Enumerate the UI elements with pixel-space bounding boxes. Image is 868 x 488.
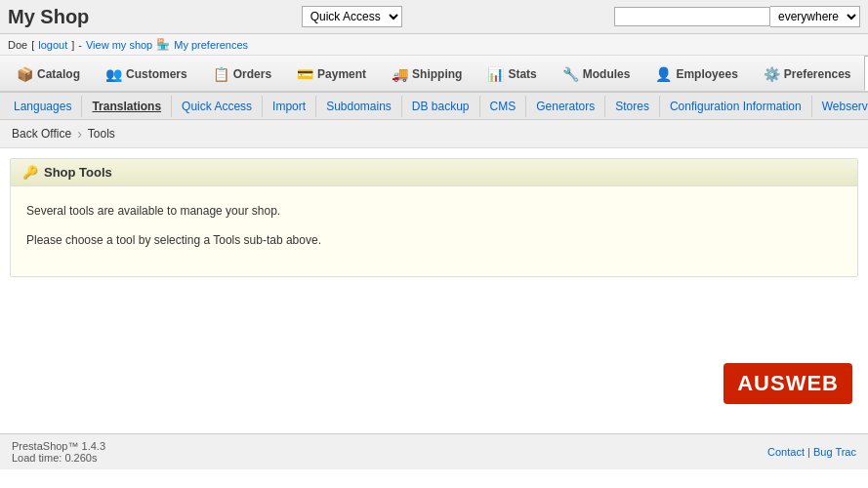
sub-tab-generators[interactable]: Generators [526, 96, 605, 117]
orders-label: Orders [233, 67, 271, 81]
shop-tools-box: 🔑 Shop Tools Several tools are available… [10, 158, 858, 277]
sub-tab-configuration-info[interactable]: Configuration Information [660, 96, 812, 117]
username: Doe [8, 39, 27, 51]
nav-tab-payment[interactable]: 💳Payment [284, 56, 379, 91]
shipping-icon: 🚚 [392, 66, 408, 82]
shop-tools-desc2: Please choose a tool by selecting a Tool… [26, 231, 842, 249]
shop-tools-desc1: Several tools are available to manage yo… [26, 202, 842, 220]
user-bar-separator: - [78, 39, 82, 51]
shop-icon: 🏪 [156, 38, 170, 51]
catalog-label: Catalog [37, 67, 80, 81]
footer-left: PrestaShop™ 1.4.3 Load time: 0.260s [12, 440, 105, 464]
sub-tab-import[interactable]: Import [263, 96, 316, 117]
nav-tab-employees[interactable]: 👤Employees [642, 56, 750, 91]
sub-tab-translations[interactable]: Translations [82, 96, 172, 117]
payment-icon: 💳 [297, 66, 313, 82]
sub-tab-subdomains[interactable]: Subdomains [316, 96, 402, 117]
version-text: PrestaShop™ 1.4.3 [12, 440, 105, 452]
user-bar: Doe [ logout ] - View my shop 🏪 My prefe… [0, 34, 868, 56]
preferences-label: Preferences [784, 67, 851, 81]
shop-tools-body: Several tools are available to manage yo… [11, 186, 857, 276]
header-left: My Shop [8, 6, 89, 28]
search-input[interactable] [614, 7, 770, 26]
nav-tab-shipping[interactable]: 🚚Shipping [379, 56, 475, 91]
nav-tab-catalog[interactable]: 📦Catalog [4, 56, 93, 91]
view-my-shop-link[interactable]: View my shop [86, 39, 152, 51]
modules-icon: 🔧 [562, 66, 579, 82]
logo-area: AUSWEB [0, 344, 868, 414]
customers-icon: 👥 [105, 66, 122, 82]
site-title: My Shop [8, 6, 89, 28]
main-nav: 📦Catalog👥Customers📋Orders💳Payment🚚Shippi… [0, 56, 868, 93]
breadcrumb-item-backoffice: Back Office [12, 127, 71, 141]
sub-tab-stores[interactable]: Stores [605, 96, 660, 117]
nav-tab-customers[interactable]: 👥Customers [93, 56, 200, 91]
my-preferences-link[interactable]: My preferences [174, 39, 248, 51]
header-right: everywhere [614, 6, 860, 27]
sub-tab-webservice[interactable]: Webservice [812, 96, 868, 117]
stats-label: Stats [508, 67, 536, 81]
employees-label: Employees [676, 67, 737, 81]
shop-tools-title: Shop Tools [44, 165, 112, 180]
sub-tab-languages[interactable]: Languages [4, 96, 82, 117]
bug-tracker-link[interactable]: Bug Trac [813, 446, 856, 458]
modules-label: Modules [583, 67, 631, 81]
user-bar-bracket-open: [ [31, 39, 34, 51]
orders-icon: 📋 [213, 66, 229, 82]
logo-box: AUSWEB [723, 363, 852, 404]
load-time-text: Load time: 0.260s [12, 452, 105, 464]
payment-label: Payment [317, 67, 366, 81]
content: 🔑 Shop Tools Several tools are available… [0, 148, 868, 344]
breadcrumb-item-tools: Tools [88, 127, 115, 141]
catalog-icon: 📦 [17, 66, 33, 82]
nav-tab-preferences[interactable]: ⚙️Preferences [751, 56, 864, 91]
sub-nav: LanguagesTranslationsQuick AccessImportS… [0, 93, 868, 120]
footer: PrestaShop™ 1.4.3 Load time: 0.260s Cont… [0, 433, 868, 469]
breadcrumb: Back Office › Tools [0, 120, 868, 148]
everywhere-select[interactable]: everywhere [770, 6, 860, 27]
shipping-label: Shipping [412, 67, 462, 81]
logout-link[interactable]: logout [38, 39, 67, 51]
preferences-icon: ⚙️ [764, 66, 780, 82]
contact-link[interactable]: Contact [767, 446, 805, 458]
nav-tab-stats[interactable]: 📊Stats [475, 56, 549, 91]
sub-tab-db-backup[interactable]: DB backup [402, 96, 480, 117]
customers-label: Customers [126, 67, 187, 81]
nav-tab-orders[interactable]: 📋Orders [200, 56, 284, 91]
sub-tab-cms[interactable]: CMS [480, 96, 527, 117]
shop-tools-header: 🔑 Shop Tools [11, 159, 857, 186]
nav-tab-modules[interactable]: 🔧Modules [550, 56, 643, 91]
user-bar-bracket-close: ] [71, 39, 74, 51]
footer-right: Contact | Bug Trac [767, 446, 856, 458]
wrench-icon: 🔑 [22, 165, 38, 180]
logo-text: AUSWEB [737, 371, 839, 395]
header: My Shop Quick Access everywhere [0, 0, 868, 34]
nav-tab-tools[interactable]: 🔑Tools [864, 56, 868, 91]
breadcrumb-separator: › [77, 126, 82, 142]
quick-access-select[interactable]: Quick Access [302, 6, 402, 27]
header-center: Quick Access [302, 6, 402, 27]
stats-icon: 📊 [487, 66, 504, 82]
employees-icon: 👤 [655, 66, 672, 82]
sub-tab-quick-access[interactable]: Quick Access [172, 96, 263, 117]
